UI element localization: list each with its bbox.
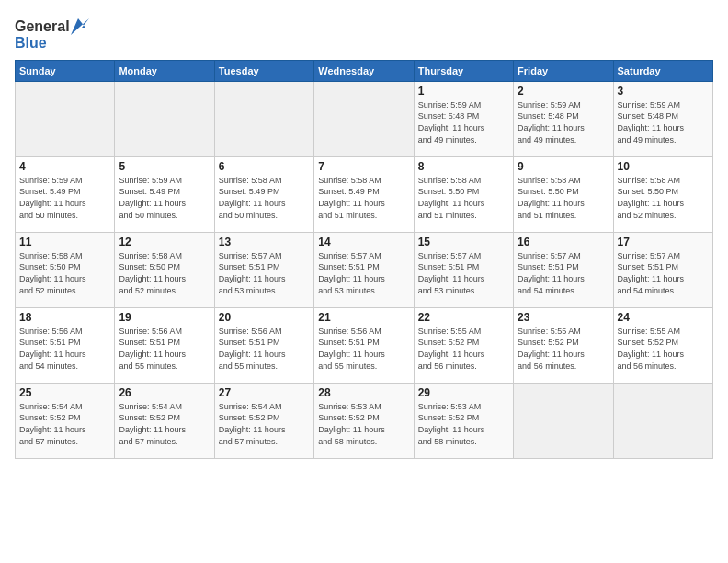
day-number: 16 [518,236,609,248]
day-cell: 10Sunrise: 5:58 AM Sunset: 5:50 PM Dayli… [613,156,712,232]
day-number: 10 [618,160,709,173]
day-info: Sunrise: 5:56 AM Sunset: 5:51 PM Dayligh… [219,326,310,372]
day-number: 3 [618,85,709,98]
day-number: 24 [618,311,709,324]
day-cell: 21Sunrise: 5:56 AM Sunset: 5:51 PM Dayli… [314,307,414,383]
day-cell: 4Sunrise: 5:59 AM Sunset: 5:49 PM Daylig… [16,156,115,232]
day-cell: 19Sunrise: 5:56 AM Sunset: 5:51 PM Dayli… [115,307,214,383]
day-cell: 16Sunrise: 5:57 AM Sunset: 5:51 PM Dayli… [514,232,613,307]
day-number: 1 [418,85,509,98]
day-number: 20 [219,311,310,324]
svg-marker-0 [71,18,89,35]
week-row-0: 1Sunrise: 5:59 AM Sunset: 5:48 PM Daylig… [16,81,713,156]
day-cell: 28Sunrise: 5:53 AM Sunset: 5:52 PM Dayli… [314,383,414,458]
day-cell: 15Sunrise: 5:57 AM Sunset: 5:51 PM Dayli… [414,232,513,307]
day-info: Sunrise: 5:59 AM Sunset: 5:48 PM Dayligh… [618,99,709,145]
logo-arrow-icon [71,18,89,35]
day-cell: 22Sunrise: 5:55 AM Sunset: 5:52 PM Dayli… [414,307,513,383]
day-info: Sunrise: 5:59 AM Sunset: 5:49 PM Dayligh… [119,175,210,221]
day-number: 19 [119,311,210,324]
header-cell-tuesday: Tuesday [214,60,313,81]
day-cell: 18Sunrise: 5:56 AM Sunset: 5:51 PM Dayli… [16,307,115,383]
day-number: 17 [618,236,709,248]
day-info: Sunrise: 5:58 AM Sunset: 5:50 PM Dayligh… [618,175,709,221]
day-info: Sunrise: 5:55 AM Sunset: 5:52 PM Dayligh… [618,326,709,372]
day-cell: 29Sunrise: 5:53 AM Sunset: 5:52 PM Dayli… [414,383,513,458]
day-info: Sunrise: 5:53 AM Sunset: 5:52 PM Dayligh… [418,401,509,447]
day-cell: 14Sunrise: 5:57 AM Sunset: 5:51 PM Dayli… [314,232,414,307]
day-cell: 9Sunrise: 5:58 AM Sunset: 5:50 PM Daylig… [514,156,613,232]
day-info: Sunrise: 5:58 AM Sunset: 5:49 PM Dayligh… [219,175,310,221]
day-info: Sunrise: 5:58 AM Sunset: 5:50 PM Dayligh… [119,250,210,296]
day-number: 26 [119,386,210,399]
logo-general: General [15,18,70,35]
day-info: Sunrise: 5:54 AM Sunset: 5:52 PM Dayligh… [219,401,310,447]
day-cell: 17Sunrise: 5:57 AM Sunset: 5:51 PM Dayli… [613,232,712,307]
day-cell: 27Sunrise: 5:54 AM Sunset: 5:52 PM Dayli… [214,383,313,458]
day-cell: 8Sunrise: 5:58 AM Sunset: 5:50 PM Daylig… [414,156,513,232]
day-number: 18 [19,311,110,324]
header: General Blue [15,15,713,52]
day-number: 29 [418,386,509,399]
day-info: Sunrise: 5:53 AM Sunset: 5:52 PM Dayligh… [318,401,409,447]
header-cell-wednesday: Wednesday [314,60,414,81]
day-number: 14 [318,236,409,248]
day-number: 21 [318,311,409,324]
header-cell-saturday: Saturday [613,60,712,81]
day-info: Sunrise: 5:55 AM Sunset: 5:52 PM Dayligh… [418,326,509,372]
page: General Blue SundayMondayTuesdayWednesda… [0,0,728,563]
day-cell [314,81,414,156]
day-cell: 3Sunrise: 5:59 AM Sunset: 5:48 PM Daylig… [613,81,712,156]
day-number: 2 [518,85,609,98]
header-cell-monday: Monday [115,60,214,81]
day-info: Sunrise: 5:56 AM Sunset: 5:51 PM Dayligh… [318,326,409,372]
logo: General Blue [15,18,89,52]
day-number: 22 [418,311,509,324]
day-number: 15 [418,236,509,248]
header-cell-friday: Friday [514,60,613,81]
day-info: Sunrise: 5:57 AM Sunset: 5:51 PM Dayligh… [418,250,509,296]
day-info: Sunrise: 5:58 AM Sunset: 5:50 PM Dayligh… [19,250,110,296]
day-info: Sunrise: 5:57 AM Sunset: 5:51 PM Dayligh… [219,250,310,296]
day-cell: 5Sunrise: 5:59 AM Sunset: 5:49 PM Daylig… [115,156,214,232]
day-number: 11 [19,236,110,248]
day-info: Sunrise: 5:58 AM Sunset: 5:49 PM Dayligh… [318,175,409,221]
week-row-3: 18Sunrise: 5:56 AM Sunset: 5:51 PM Dayli… [16,307,713,383]
day-cell: 12Sunrise: 5:58 AM Sunset: 5:50 PM Dayli… [115,232,214,307]
day-info: Sunrise: 5:58 AM Sunset: 5:50 PM Dayligh… [518,175,609,221]
day-number: 28 [318,386,409,399]
day-cell [115,81,214,156]
day-cell: 7Sunrise: 5:58 AM Sunset: 5:49 PM Daylig… [314,156,414,232]
day-info: Sunrise: 5:57 AM Sunset: 5:51 PM Dayligh… [318,250,409,296]
logo-blue: Blue [15,35,89,52]
week-row-2: 11Sunrise: 5:58 AM Sunset: 5:50 PM Dayli… [16,232,713,307]
header-cell-thursday: Thursday [414,60,513,81]
day-info: Sunrise: 5:59 AM Sunset: 5:48 PM Dayligh… [418,99,509,145]
day-number: 25 [19,386,110,399]
day-cell: 25Sunrise: 5:54 AM Sunset: 5:52 PM Dayli… [16,383,115,458]
day-number: 9 [518,160,609,173]
day-cell: 2Sunrise: 5:59 AM Sunset: 5:48 PM Daylig… [514,81,613,156]
day-cell: 23Sunrise: 5:55 AM Sunset: 5:52 PM Dayli… [514,307,613,383]
week-row-4: 25Sunrise: 5:54 AM Sunset: 5:52 PM Dayli… [16,383,713,458]
day-info: Sunrise: 5:54 AM Sunset: 5:52 PM Dayligh… [119,401,210,447]
day-cell: 6Sunrise: 5:58 AM Sunset: 5:49 PM Daylig… [214,156,313,232]
day-cell: 13Sunrise: 5:57 AM Sunset: 5:51 PM Dayli… [214,232,313,307]
day-info: Sunrise: 5:58 AM Sunset: 5:50 PM Dayligh… [418,175,509,221]
day-info: Sunrise: 5:57 AM Sunset: 5:51 PM Dayligh… [518,250,609,296]
day-cell [514,383,613,458]
day-info: Sunrise: 5:54 AM Sunset: 5:52 PM Dayligh… [19,401,110,447]
day-number: 7 [318,160,409,173]
day-cell [214,81,313,156]
day-cell: 1Sunrise: 5:59 AM Sunset: 5:48 PM Daylig… [414,81,513,156]
day-number: 12 [119,236,210,248]
day-cell: 11Sunrise: 5:58 AM Sunset: 5:50 PM Dayli… [16,232,115,307]
day-cell [613,383,712,458]
day-number: 13 [219,236,310,248]
day-info: Sunrise: 5:56 AM Sunset: 5:51 PM Dayligh… [119,326,210,372]
day-number: 5 [119,160,210,173]
header-row: SundayMondayTuesdayWednesdayThursdayFrid… [16,60,713,81]
day-cell [16,81,115,156]
day-info: Sunrise: 5:57 AM Sunset: 5:51 PM Dayligh… [618,250,709,296]
day-info: Sunrise: 5:56 AM Sunset: 5:51 PM Dayligh… [19,326,110,372]
